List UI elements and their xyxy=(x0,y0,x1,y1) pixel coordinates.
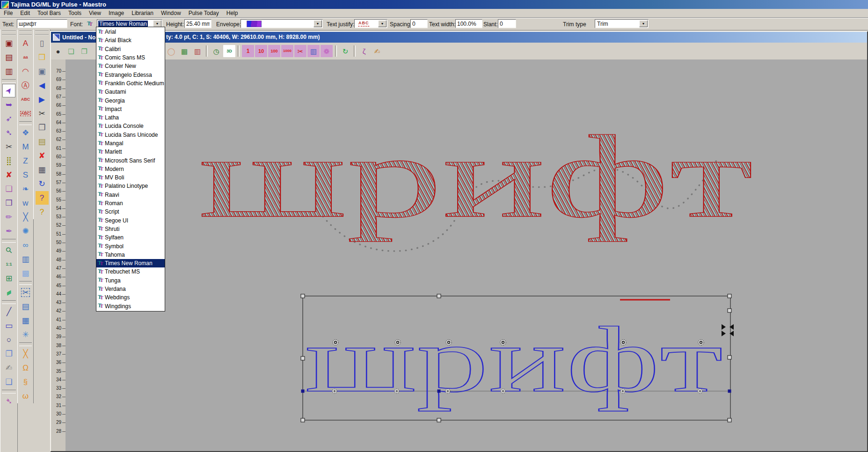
menu-help[interactable]: Help xyxy=(223,9,242,17)
mesh-view-icon[interactable]: ● xyxy=(52,45,64,57)
font-option-lucida-sans-unicode[interactable]: TTLucida Sans Unicode xyxy=(96,131,165,139)
letter-handle[interactable] xyxy=(698,340,704,345)
insert-design-icon[interactable]: ❏ xyxy=(2,182,15,196)
font-option-trebuchet-ms[interactable]: TTTrebuchet MS xyxy=(96,267,165,276)
cross-stitch-icon[interactable]: ╳ xyxy=(19,210,32,224)
step-1-stitch-icon[interactable]: 1 xyxy=(242,45,254,57)
document-title-bar[interactable]: Untitled - No ty: 4.0 pt, C: 1, S: 40406… xyxy=(51,32,867,43)
font-option-wingdings[interactable]: TTWingdings xyxy=(96,302,165,311)
letter-handle[interactable] xyxy=(395,340,401,345)
text-frame-icon[interactable]: ABC xyxy=(19,107,32,120)
shell-stitch-icon[interactable]: ❧ xyxy=(19,182,32,196)
toolbar-grip[interactable] xyxy=(2,30,16,35)
cross-stitch-fill-icon[interactable]: ╳ xyxy=(19,347,32,361)
run-stitch-icon[interactable]: Z xyxy=(19,154,32,168)
satin-fan-stitch-icon[interactable]: ❖ xyxy=(19,126,32,140)
font-option-arial[interactable]: TTArial xyxy=(96,28,165,36)
zigzag-stitch-icon[interactable]: M xyxy=(19,140,32,154)
actual-size-icon[interactable]: 1:1 xyxy=(2,258,15,271)
font-option-arial-black[interactable]: TTArial Black xyxy=(96,36,165,44)
step-1000-stitches-icon[interactable]: 1000 xyxy=(281,45,293,57)
letter-handle[interactable] xyxy=(500,340,506,345)
line-select-icon[interactable]: ➴ xyxy=(2,126,15,140)
bean-stitch-icon[interactable]: S xyxy=(19,168,32,182)
patch-fill-icon[interactable]: ▩ xyxy=(19,267,32,280)
font-option-times-new-roman[interactable]: TTTimes New Roman xyxy=(96,259,165,267)
font-option-tahoma[interactable]: TTTahoma xyxy=(96,251,165,259)
stitch-edit-scissors-icon[interactable]: ✂ xyxy=(2,140,15,154)
selection-handle[interactable] xyxy=(728,418,731,422)
applique-cut-icon[interactable]: ✂ xyxy=(19,286,32,299)
font-option-mv-boli[interactable]: TTMV Boli xyxy=(96,173,165,182)
chain-stitch-icon[interactable]: Ω xyxy=(19,361,32,375)
font-option-roman[interactable]: TTRoman xyxy=(96,199,165,207)
cleanup-all-brush-icon[interactable]: ✒ xyxy=(2,224,15,238)
line-tool-icon[interactable]: ╱ xyxy=(2,305,15,319)
justify-combobox[interactable]: ABC ▼ xyxy=(354,19,387,28)
justify-dropdown-button[interactable]: ▼ xyxy=(378,20,387,27)
save-file-icon[interactable]: ▣ xyxy=(36,65,49,78)
design-notes-icon[interactable]: ✍ xyxy=(2,361,15,375)
font-option-gautami[interactable]: TTGautami xyxy=(96,88,165,96)
cut-icon[interactable]: ✂ xyxy=(36,107,49,120)
stopwatch-icon[interactable]: ◷ xyxy=(210,45,222,57)
font-option-georgia[interactable]: TTGeorgia xyxy=(96,96,165,104)
letter-handle[interactable] xyxy=(620,340,626,345)
open-design-folder-icon[interactable]: ❐ xyxy=(2,347,15,361)
step-10-stitches-icon[interactable]: 10 xyxy=(255,45,267,57)
font-option-modern[interactable]: TTModern xyxy=(96,165,165,173)
toolbar-grip[interactable] xyxy=(35,30,49,35)
trim-dropdown-button[interactable]: ▼ xyxy=(639,20,648,27)
font-option-calibri[interactable]: TTCalibri xyxy=(96,45,165,53)
menu-view[interactable]: View xyxy=(85,9,105,17)
new-file-icon[interactable]: ▯ xyxy=(36,37,49,50)
thread-palette-icon[interactable]: ▥ xyxy=(191,45,204,57)
trim-type-combobox[interactable]: Trim ▼ xyxy=(595,19,649,28)
baseline-anchor[interactable] xyxy=(438,390,441,393)
font-option-raavi[interactable]: TTRaavi xyxy=(96,191,165,199)
toolbar-grip[interactable] xyxy=(19,30,32,35)
font-option-verdana[interactable]: TTVerdana xyxy=(96,285,165,293)
zoom-icon[interactable]: ⚲ xyxy=(2,244,15,257)
select-machine-commands-icon[interactable]: ❁ xyxy=(321,45,333,57)
pulse-today-icon[interactable]: ? xyxy=(36,191,49,205)
bead-stitch-icon[interactable]: ∞ xyxy=(19,238,32,252)
selection-handle[interactable] xyxy=(301,294,305,298)
font-option-shruti[interactable]: TTShruti xyxy=(96,225,165,233)
text-advanced-icon[interactable]: aa xyxy=(19,51,32,64)
title-bar[interactable]: Tajima DG/ML by Pulse - Maestro xyxy=(0,0,868,9)
font-option-sylfaen[interactable]: TTSylfaen xyxy=(96,233,165,242)
pinwheel-stitch-icon[interactable]: ✺ xyxy=(19,224,32,238)
font-option-marlett[interactable]: TTMarlett xyxy=(96,148,165,156)
selection-handle[interactable] xyxy=(728,309,731,312)
spacing-input[interactable] xyxy=(410,19,428,28)
view-3d-icon[interactable]: 3D xyxy=(223,45,235,57)
menu-window[interactable]: Window xyxy=(157,9,185,17)
column-mesh-icon[interactable]: ▦ xyxy=(19,314,32,327)
copy-icon[interactable]: ❐ xyxy=(36,121,49,134)
select-pointer-icon[interactable]: ➤ xyxy=(2,84,15,97)
menu-tools[interactable]: Tools xyxy=(65,9,85,17)
ellipse-tool-icon[interactable]: ○ xyxy=(2,333,15,347)
menu-pulse-today[interactable]: Pulse Today xyxy=(185,9,223,17)
menu-file[interactable]: File xyxy=(0,9,16,17)
delete-icon[interactable]: ✘ xyxy=(36,149,49,163)
selection-handle[interactable] xyxy=(437,418,441,422)
font-option-mangal[interactable]: TTMangal xyxy=(96,139,165,148)
insert-image-icon[interactable]: ❒ xyxy=(2,196,15,210)
selection-handle[interactable] xyxy=(728,356,731,359)
font-option-symbol[interactable]: TTSymbol xyxy=(96,242,165,250)
selection-handle[interactable] xyxy=(728,294,731,298)
grid-icon[interactable]: ▦ xyxy=(178,45,190,57)
cleanup-brush-icon[interactable]: ✏ xyxy=(2,210,15,224)
envelope-combobox[interactable]: ▼ xyxy=(241,19,323,28)
paste-object-icon[interactable]: ❐ xyxy=(78,45,90,57)
select-stitches-icon[interactable]: ▥ xyxy=(307,45,320,57)
font-option-comic-sans-ms[interactable]: TTComic Sans MS xyxy=(96,53,165,62)
fence-stitch-icon[interactable]: ▥ xyxy=(19,252,32,266)
loop-stitch-icon[interactable]: ω xyxy=(19,389,32,403)
font-option-script[interactable]: TTScript xyxy=(96,207,165,216)
fit-window-icon[interactable]: ⊞ xyxy=(2,272,15,285)
sewing-machine-icon[interactable]: ▥ xyxy=(2,65,15,78)
lasso-select-icon[interactable]: ➥ xyxy=(2,98,15,111)
